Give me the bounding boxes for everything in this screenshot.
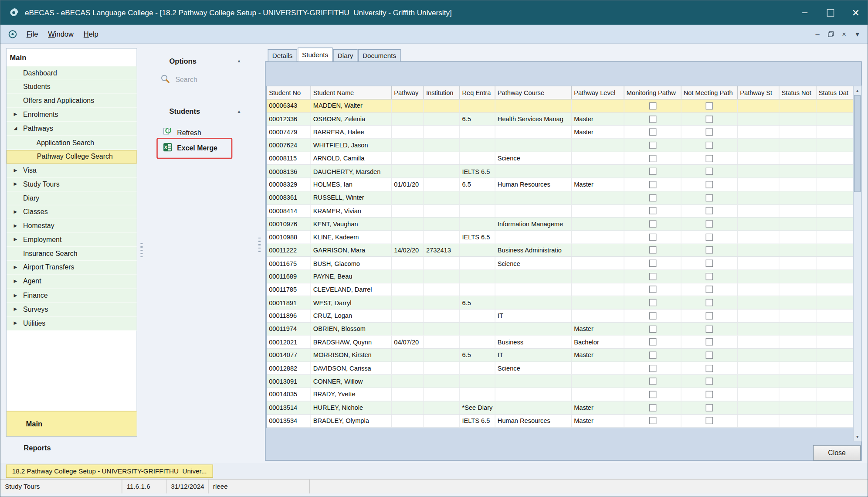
monitoring-pathw-checkbox[interactable]	[649, 181, 656, 188]
monitoring-pathw-checkbox[interactable]	[649, 142, 656, 149]
not-meeting-path-checkbox[interactable]	[705, 207, 713, 214]
table-row[interactable]: 00010976KENT, VaughanInformation Managem…	[267, 218, 854, 231]
scrollbar-thumb[interactable]	[854, 95, 861, 192]
tab-diary[interactable]: Diary	[333, 49, 358, 61]
monitoring-pathw-checkbox[interactable]	[649, 207, 656, 214]
monitoring-pathw-checkbox[interactable]	[649, 102, 656, 110]
monitoring-pathw-checkbox[interactable]	[649, 391, 656, 398]
nav-section-reports[interactable]: Reports	[24, 443, 51, 452]
monitoring-pathw-checkbox[interactable]	[649, 299, 656, 306]
students-collapse-icon[interactable]: ▲	[237, 109, 241, 114]
not-meeting-path-checkbox[interactable]	[705, 129, 713, 136]
not-meeting-path-checkbox[interactable]	[705, 286, 713, 293]
table-row[interactable]: 00008414KRAMER, Vivian	[267, 204, 854, 218]
sidebar-item-study-tours[interactable]: ▶Study Tours	[7, 177, 137, 191]
not-meeting-path-checkbox[interactable]	[705, 351, 713, 359]
monitoring-pathw-checkbox[interactable]	[649, 220, 656, 228]
scroll-down-icon[interactable]: ▼	[854, 432, 861, 441]
not-meeting-path-checkbox[interactable]	[705, 155, 713, 162]
sidebar-item-enrolments[interactable]: ▶Enrolments	[7, 108, 137, 122]
column-header-pathway[interactable]: Pathway	[392, 86, 424, 99]
monitoring-pathw-checkbox[interactable]	[649, 351, 656, 359]
sidebar-item-visa[interactable]: ▶Visa	[7, 163, 137, 177]
not-meeting-path-checkbox[interactable]	[705, 260, 713, 267]
not-meeting-path-checkbox[interactable]	[705, 364, 713, 372]
sidebar-splitter[interactable]	[140, 243, 142, 259]
options-section-header[interactable]: Options	[169, 57, 196, 65]
sidebar-item-finance[interactable]: ▶Finance	[7, 289, 137, 303]
sidebar-item-students[interactable]: Students	[7, 80, 137, 94]
close-window-button[interactable]: ✕	[843, 0, 868, 25]
sidebar-item-classes[interactable]: ▶Classes	[7, 205, 137, 219]
column-header-student-name[interactable]: Student Name	[311, 86, 392, 99]
sidebar-item-surveys[interactable]: ▶Surveys	[7, 303, 137, 317]
column-header-req-entra[interactable]: Req Entra	[460, 86, 495, 99]
close-button[interactable]: Close	[813, 445, 861, 461]
monitoring-pathw-checkbox[interactable]	[649, 129, 656, 136]
column-header-status-not[interactable]: Status Not	[779, 86, 816, 99]
sidebar-item-diary[interactable]: Diary	[7, 191, 137, 205]
menu-dropdown-icon[interactable]: ▾	[853, 30, 861, 38]
sidebar-item-pathways[interactable]: ◢Pathways	[7, 122, 137, 136]
monitoring-pathw-checkbox[interactable]	[649, 364, 656, 372]
table-row[interactable]: 00008136DAUGHERTY, MarsdenIELTS 6.5	[267, 165, 854, 178]
table-row[interactable]: 00013534BRADLEY, OlympiaIELTS 6.5Human R…	[267, 415, 854, 428]
monitoring-pathw-checkbox[interactable]	[649, 155, 656, 162]
not-meeting-path-checkbox[interactable]	[705, 299, 713, 306]
monitoring-pathw-checkbox[interactable]	[649, 273, 656, 280]
not-meeting-path-checkbox[interactable]	[705, 325, 713, 333]
sidebar-item-dashboard[interactable]: Dashboard	[7, 66, 137, 80]
table-row[interactable]: 00011222GARRISON, Mara14/02/202732413Bus…	[267, 244, 854, 257]
monitoring-pathw-checkbox[interactable]	[649, 286, 656, 293]
table-row[interactable]: 00011896CRUZ, LoganIT	[267, 310, 854, 323]
table-row[interactable]: 00014077MORRISON, Kirsten6.5ITMaster	[267, 349, 854, 362]
not-meeting-path-checkbox[interactable]	[705, 142, 713, 149]
sidebar-item-pathway-college-search[interactable]: Pathway College Search	[7, 150, 137, 163]
column-header-status-dat[interactable]: Status Dat	[817, 86, 854, 99]
search-button[interactable]: Search	[160, 74, 197, 86]
not-meeting-path-checkbox[interactable]	[705, 233, 713, 241]
table-row[interactable]: 00008115ARNOLD, CamillaScience	[267, 152, 854, 165]
sidebar-item-application-search[interactable]: Application Search	[7, 136, 137, 150]
maximize-button[interactable]	[817, 0, 843, 25]
nav-section-main[interactable]: Main	[7, 411, 137, 436]
column-header-pathway-st[interactable]: Pathway St	[738, 86, 779, 99]
not-meeting-path-checkbox[interactable]	[705, 220, 713, 228]
menu-item-file[interactable]: File	[21, 27, 43, 40]
menu-item-window[interactable]: Window	[43, 27, 79, 40]
not-meeting-path-checkbox[interactable]	[705, 102, 713, 110]
monitoring-pathw-checkbox[interactable]	[649, 116, 656, 123]
menu-item-help[interactable]: Help	[78, 27, 103, 40]
column-header-institution[interactable]: Institution	[424, 86, 460, 99]
tab-details[interactable]: Details	[268, 49, 297, 61]
document-tab-active[interactable]: 18.2 Pathway College Setup - UNIVERSITY-…	[6, 464, 213, 477]
table-row[interactable]: 00006343MADDEN, Walter	[267, 99, 854, 112]
not-meeting-path-checkbox[interactable]	[705, 194, 713, 201]
table-row[interactable]: 00013514HURLEY, Nichole*See DiaryMaster	[267, 402, 854, 415]
not-meeting-path-checkbox[interactable]	[705, 312, 713, 320]
vertical-scrollbar[interactable]: ▲ ▼	[853, 86, 861, 442]
table-row[interactable]: 00007624WHITFIELD, Jason	[267, 139, 854, 152]
minimize-button[interactable]: –	[792, 0, 817, 25]
monitoring-pathw-checkbox[interactable]	[649, 417, 656, 425]
monitoring-pathw-checkbox[interactable]	[649, 312, 656, 320]
sidebar-item-employment[interactable]: ▶Employment	[7, 233, 137, 247]
column-header-monitoring-pathw[interactable]: Monitoring Pathw	[624, 86, 682, 99]
table-row[interactable]: 00012882DAVIDSON, CarissaScience	[267, 362, 854, 375]
sidebar-item-airport-transfers[interactable]: ▶Airport Transfers	[7, 261, 137, 275]
refresh-button[interactable]: Refresh	[163, 127, 201, 138]
sidebar-item-offers-and-applications[interactable]: Offers and Applications	[7, 94, 137, 108]
table-row[interactable]: 00011974OBRIEN, BlossomMaster	[267, 323, 854, 336]
scroll-up-icon[interactable]: ▲	[854, 86, 861, 95]
table-row[interactable]: 00010988KLINE, KadeemIELTS 6.5	[267, 231, 854, 244]
not-meeting-path-checkbox[interactable]	[705, 181, 713, 188]
not-meeting-path-checkbox[interactable]	[705, 247, 713, 254]
table-row[interactable]: 00013091CONNER, Willow	[267, 375, 854, 388]
sidebar-item-homestay[interactable]: ▶Homestay	[7, 219, 137, 233]
students-section-header[interactable]: Students	[169, 107, 200, 116]
column-header-not-meeting-path[interactable]: Not Meeting Path	[682, 86, 738, 99]
tab-students[interactable]: Students	[298, 48, 333, 61]
table-row[interactable]: 00008361RUSSELL, Winter	[267, 191, 854, 204]
monitoring-pathw-checkbox[interactable]	[649, 260, 656, 267]
table-row[interactable]: 00012336OSBORN, Zelenia6.5Health Service…	[267, 112, 854, 126]
